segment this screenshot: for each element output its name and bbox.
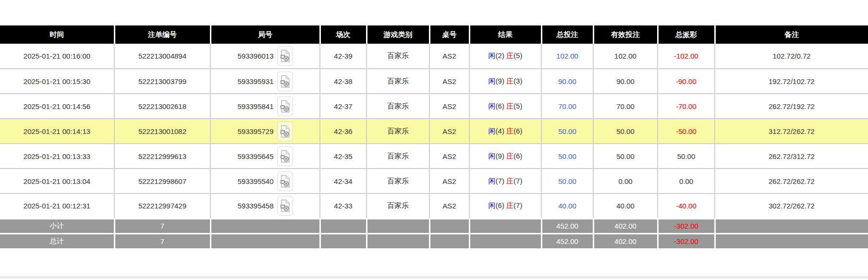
cell-total-bet[interactable]: 70.00 <box>541 94 593 119</box>
grandtotal-cell-table-no <box>429 233 469 248</box>
result-banker-score: (5) <box>513 102 522 110</box>
table-row[interactable]: 2025-01-21 00:13:04522212998607593395540… <box>0 169 868 194</box>
cell-game-type: 百家乐 <box>367 144 429 169</box>
cell-time: 2025-01-21 00:15:30 <box>0 69 114 94</box>
video-file-icon[interactable] <box>277 122 293 141</box>
cell-total-bet[interactable]: 40.00 <box>541 194 593 219</box>
result-banker-label: 庄 <box>506 127 513 135</box>
table-row[interactable]: 2025-01-21 00:13:33522212999613593395645… <box>0 144 868 169</box>
cell-valid-bet: 70.00 <box>593 94 658 119</box>
result-player-label: 闲 <box>489 152 496 160</box>
result-player-score: (6) <box>496 201 507 209</box>
cell-table-no: AS2 <box>429 144 469 169</box>
grandtotal-cell-remark <box>715 233 868 248</box>
column-header-remark: 备注 <box>715 25 868 44</box>
result-banker-label: 庄 <box>506 77 513 85</box>
cell-result: 闲(4) 庄(6) <box>469 119 541 144</box>
cell-total-bet[interactable]: 50.00 <box>541 119 593 144</box>
video-file-icon[interactable] <box>277 72 293 91</box>
cell-time: 2025-01-21 00:12:31 <box>0 194 114 219</box>
cell-valid-bet: 40.00 <box>593 194 658 219</box>
result-player-score: (6) <box>496 102 507 110</box>
page-bottom-divider <box>0 276 868 279</box>
round-id-text: 593395540 <box>237 177 273 185</box>
table-row[interactable]: 2025-01-21 00:14:13522213001082593395729… <box>0 119 868 144</box>
subtotal-cell-bet-id: 7 <box>114 219 210 233</box>
result-player-score: (4) <box>496 127 507 135</box>
cell-time: 2025-01-21 00:14:13 <box>0 119 114 144</box>
cell-total-bet[interactable]: 90.00 <box>541 69 593 94</box>
round-id-text: 593396013 <box>237 52 273 60</box>
cell-game-type: 百家乐 <box>367 119 429 144</box>
cell-remark: 262.72/312.72 <box>715 144 868 169</box>
cell-payout: 50.00 <box>658 144 715 169</box>
video-file-icon[interactable] <box>277 171 293 191</box>
cell-time: 2025-01-21 00:13:33 <box>0 144 114 169</box>
video-file-icon[interactable] <box>277 196 293 216</box>
result-player-label: 闲 <box>489 102 496 110</box>
grandtotal-cell-result <box>469 233 541 248</box>
video-file-icon[interactable] <box>277 146 293 166</box>
cell-table-no: AS2 <box>429 69 469 94</box>
cell-valid-bet: 0.00 <box>593 169 658 194</box>
cell-payout: -102.00 <box>658 44 715 69</box>
cell-round-id: 593395729 <box>210 119 320 144</box>
result-banker-label: 庄 <box>506 201 513 209</box>
cell-total-bet[interactable]: 102.00 <box>541 44 593 69</box>
cell-bet-id: 522212998607 <box>114 169 210 194</box>
subtotal-cell-game-type <box>367 219 429 233</box>
round-id-text: 593395645 <box>237 152 273 160</box>
cell-payout: -90.00 <box>658 69 715 94</box>
cell-round-id: 593395458 <box>210 194 320 219</box>
cell-bet-id: 522212997429 <box>114 194 210 219</box>
result-player-label: 闲 <box>489 127 496 135</box>
table-row[interactable]: 2025-01-21 00:15:30522213003799593395931… <box>0 69 868 94</box>
column-header-session: 场次 <box>320 25 367 44</box>
cell-bet-id: 522212999613 <box>114 144 210 169</box>
cell-session: 42-36 <box>320 119 367 144</box>
grandtotal-cell-round-id <box>210 233 320 248</box>
result-banker-score: (6) <box>513 127 522 135</box>
column-header-round-id: 局号 <box>210 25 320 44</box>
column-header-time: 时间 <box>0 25 114 44</box>
subtotal-cell-total-bet: 452.00 <box>541 219 593 233</box>
result-player-label: 闲 <box>489 201 496 209</box>
cell-round-id: 593395540 <box>210 169 320 194</box>
video-file-icon[interactable] <box>277 46 293 66</box>
subtotal-cell-payout: -302.00 <box>658 219 715 233</box>
round-id-text: 593395729 <box>237 127 273 135</box>
cell-table-no: AS2 <box>429 119 469 144</box>
result-banker-score: (7) <box>513 177 522 185</box>
cell-remark: 192.72/102.72 <box>715 69 868 94</box>
cell-bet-id: 522213002618 <box>114 94 210 119</box>
cell-bet-id: 522213004894 <box>114 44 210 69</box>
grandtotal-cell-valid-bet: 402.00 <box>593 233 658 248</box>
result-player-label: 闲 <box>489 177 496 185</box>
result-banker-score: (5) <box>513 51 522 60</box>
result-player-label: 闲 <box>489 51 496 60</box>
cell-total-bet[interactable]: 50.00 <box>541 144 593 169</box>
column-header-total-bet: 总投注 <box>541 25 593 44</box>
round-id-text: 593395931 <box>237 77 273 85</box>
result-player-score: (9) <box>496 77 507 85</box>
result-player-score: (2) <box>496 51 507 60</box>
cell-total-bet[interactable]: 50.00 <box>541 169 593 194</box>
subtotal-cell-table-no <box>429 219 469 233</box>
cell-result: 闲(9) 庄(6) <box>469 144 541 169</box>
table-row[interactable]: 2025-01-21 00:14:56522213002618593395841… <box>0 94 868 119</box>
cell-session: 42-38 <box>320 69 367 94</box>
table-row[interactable]: 2025-01-21 00:12:31522212997429593395458… <box>0 194 868 219</box>
records-tfoot: 小计7452.00402.00-302.00总计7452.00402.00-30… <box>0 219 868 248</box>
cell-remark: 262.72/192.72 <box>715 94 868 119</box>
cell-round-id: 593395931 <box>210 69 320 94</box>
table-row[interactable]: 2025-01-21 00:16:00522213004894593396013… <box>0 44 868 69</box>
cell-payout: -50.00 <box>658 119 715 144</box>
result-player-label: 闲 <box>489 77 496 85</box>
video-file-icon[interactable] <box>277 97 293 116</box>
cell-session: 42-37 <box>320 94 367 119</box>
cell-result: 闲(2) 庄(5) <box>469 44 541 69</box>
cell-session: 42-39 <box>320 44 367 69</box>
cell-game-type: 百家乐 <box>367 69 429 94</box>
column-header-game-type: 游戏类别 <box>367 25 429 44</box>
cell-game-type: 百家乐 <box>367 194 429 219</box>
